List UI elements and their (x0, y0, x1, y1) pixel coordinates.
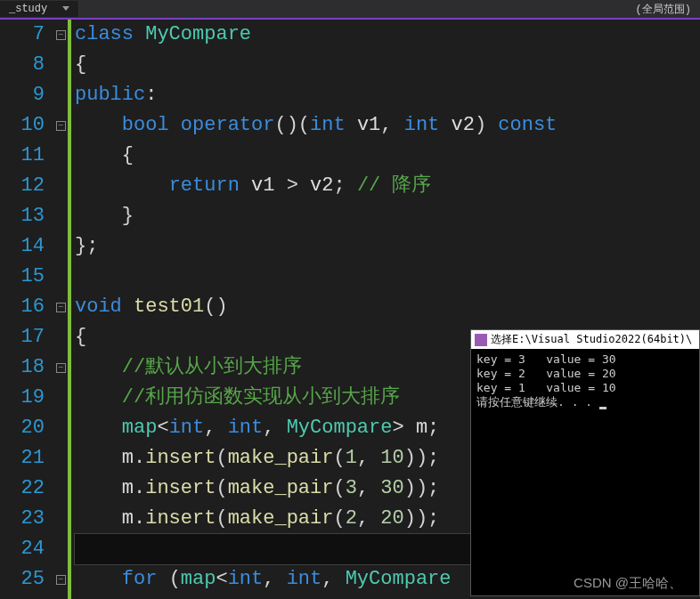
code-token: ; (427, 417, 439, 439)
console-title-text: 选择E:\Visual Studio2022(64bit)\ (491, 332, 692, 347)
code-token (75, 568, 122, 590)
code-token: int (228, 568, 264, 590)
console-titlebar[interactable]: 选择E:\Visual Studio2022(64bit)\ (471, 330, 699, 349)
fold-column[interactable]: −−−−− (53, 20, 68, 599)
code-token: , (322, 568, 345, 590)
line-number: 20 (0, 413, 45, 443)
code-token: insert (145, 447, 216, 469)
scope-label: (全局范围) (636, 4, 691, 16)
console-cursor (599, 407, 606, 409)
code-token: v2 (310, 174, 333, 197)
scope-dropdown[interactable]: (全局范围) (627, 0, 700, 19)
code-token: //利用仿函数实现从小到大排序 (122, 386, 400, 409)
line-number: 23 (0, 504, 45, 534)
code-token (75, 447, 122, 469)
code-line[interactable]: void test01() (75, 292, 700, 322)
code-token: ( (333, 447, 345, 469)
code-token (75, 507, 122, 530)
code-token: int (228, 417, 264, 439)
code-token: return (169, 174, 251, 197)
code-token: < (157, 417, 168, 439)
code-token: . (134, 507, 145, 530)
code-token: v2 (452, 114, 475, 136)
console-app-icon (475, 334, 487, 346)
line-number: 25 (0, 564, 45, 595)
code-token: > (287, 174, 310, 197)
code-token: map (181, 568, 216, 590)
file-tab[interactable]: _study (0, 1, 79, 17)
line-number: 18 (0, 352, 45, 383)
code-token: int (310, 114, 357, 136)
watermark: CSDN @王哈哈、 (574, 575, 682, 592)
console-line: key = 1 value = 10 (476, 381, 694, 395)
code-token: 2 (346, 507, 357, 530)
fold-toggle-icon[interactable]: − (56, 30, 66, 40)
code-token: , (357, 507, 380, 530)
code-token: int (169, 417, 205, 439)
code-token: . (134, 447, 145, 469)
code-token: 1 (346, 447, 357, 469)
code-token: int (287, 568, 322, 590)
console-window[interactable]: 选择E:\Visual Studio2022(64bit)\ key = 3 v… (470, 329, 700, 596)
code-line[interactable]: { (75, 50, 700, 80)
console-output: key = 3 value = 30key = 2 value = 20key … (471, 349, 699, 413)
code-line[interactable]: public: (75, 80, 700, 110)
line-number: 15 (0, 262, 45, 292)
code-token: { (75, 144, 134, 166)
code-line[interactable]: }; (75, 231, 700, 262)
code-token: // 降序 (357, 174, 432, 197)
code-line[interactable]: bool operator()(int v1, int v2) const (75, 110, 700, 141)
tab-dropdown-icon[interactable] (62, 6, 69, 11)
code-token: make_pair (228, 477, 334, 499)
code-line[interactable]: return v1 > v2; // 降序 (75, 171, 700, 201)
line-number-gutter: 78910111213141516171819202122232425 (0, 20, 53, 599)
line-number: 14 (0, 231, 45, 262)
line-number: 24 (0, 534, 45, 564)
line-number: 11 (0, 141, 45, 171)
code-token: ( (216, 447, 227, 469)
code-token: )); (404, 507, 440, 530)
line-number: 12 (0, 171, 45, 201)
code-token: bool (122, 114, 181, 136)
code-token: make_pair (228, 507, 334, 530)
code-token: ()( (274, 114, 310, 136)
code-token: insert (145, 507, 216, 530)
code-token (75, 114, 122, 136)
code-line[interactable]: { (75, 141, 700, 171)
code-token (75, 386, 122, 409)
code-line[interactable]: class MyCompare (75, 20, 700, 50)
code-token: make_pair (228, 447, 334, 469)
console-line: 请按任意键继续. . . (476, 395, 694, 409)
code-token: , (357, 477, 380, 499)
code-token: : (145, 84, 157, 106)
code-token: , (380, 114, 403, 136)
line-number: 17 (0, 322, 45, 352)
line-number: 21 (0, 443, 45, 474)
code-token: int (404, 114, 452, 136)
code-token (75, 477, 122, 499)
fold-toggle-icon[interactable]: − (56, 363, 66, 373)
code-token: //默认从小到大排序 (122, 356, 302, 378)
code-line[interactable]: } (75, 201, 700, 231)
fold-toggle-icon[interactable]: − (56, 575, 66, 585)
code-token: map (122, 417, 158, 439)
code-token: ( (333, 477, 345, 499)
code-token: ( (216, 477, 227, 499)
code-token: , (204, 417, 227, 439)
code-token: test01 (134, 295, 204, 318)
code-token: m (122, 477, 134, 499)
code-line[interactable] (75, 262, 700, 292)
code-token: for (122, 568, 169, 590)
code-token: MyCompare (145, 23, 251, 45)
code-token: ) (475, 114, 498, 136)
code-token: m (416, 417, 427, 439)
code-token: )); (404, 447, 440, 469)
code-token: }; (75, 235, 98, 257)
fold-toggle-icon[interactable]: − (56, 303, 66, 312)
code-token: , (263, 568, 286, 590)
line-number: 9 (0, 80, 45, 110)
line-number: 8 (0, 50, 45, 80)
line-number: 13 (0, 201, 45, 231)
console-line: key = 3 value = 30 (476, 352, 694, 367)
fold-toggle-icon[interactable]: − (56, 121, 66, 131)
